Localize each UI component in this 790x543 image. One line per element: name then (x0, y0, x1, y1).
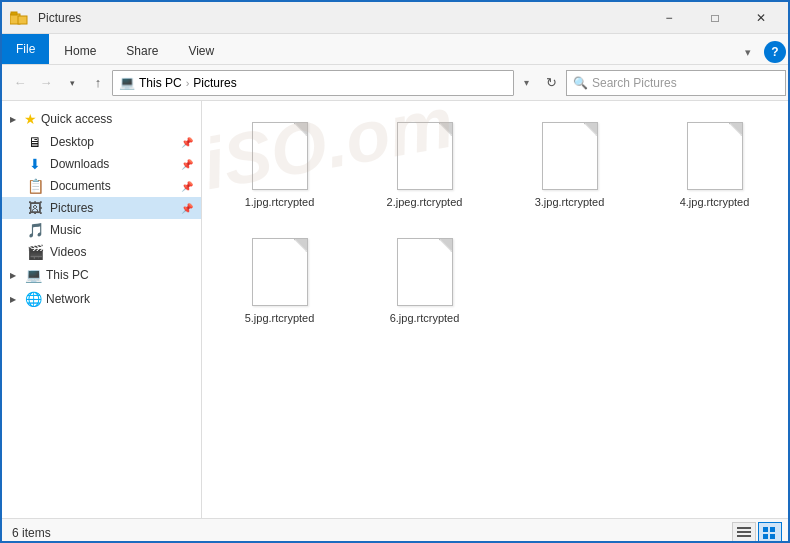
maximize-button[interactable]: □ (692, 2, 738, 34)
this-pc-header[interactable]: ▶ 💻 This PC (2, 263, 201, 287)
pictures-label: Pictures (50, 201, 175, 215)
quick-access-star-icon: ★ (24, 111, 37, 127)
file-icon-6 (393, 236, 457, 308)
pictures-pin-icon: 📌 (181, 203, 193, 214)
view-toggle-buttons (732, 522, 782, 544)
sidebar-item-documents[interactable]: 📋 Documents 📌 (2, 175, 201, 197)
details-view-button[interactable] (732, 522, 756, 544)
file-page-2 (397, 122, 453, 190)
tab-file[interactable]: File (2, 34, 49, 64)
file-icon-4 (683, 120, 747, 192)
downloads-label: Downloads (50, 157, 175, 171)
file-page-fold-6 (440, 239, 452, 251)
file-page-fold-2 (440, 123, 452, 135)
quick-access-header[interactable]: ▶ ★ Quick access (2, 107, 201, 131)
large-icons-view-button[interactable] (758, 522, 782, 544)
downloads-pin-icon: 📌 (181, 159, 193, 170)
ribbon-collapse-icon[interactable]: ▾ (736, 40, 760, 64)
tab-share[interactable]: Share (111, 38, 173, 64)
address-pc-label: This PC (139, 76, 182, 90)
ribbon-tabs: File Home Share View ▾ ? (2, 34, 790, 64)
title-bar-controls: − □ ✕ (646, 2, 784, 34)
pictures-icon: 🖼 (26, 200, 44, 216)
address-bar-row: ← → ▾ ↑ 💻 This PC › Pictures ▾ ↻ 🔍 Searc… (2, 65, 790, 101)
file-icon-2 (393, 120, 457, 192)
file-item-4[interactable]: 4.jpg.rtcrypted (647, 111, 782, 217)
file-icon-3 (538, 120, 602, 192)
videos-icon: 🎬 (26, 244, 44, 260)
svg-rect-8 (763, 534, 768, 539)
recent-locations-button[interactable]: ▾ (60, 71, 84, 95)
search-box[interactable]: 🔍 Search Pictures (566, 70, 786, 96)
refresh-button[interactable]: ↻ (538, 70, 564, 96)
desktop-icon: 🖥 (26, 134, 44, 150)
address-bar[interactable]: 💻 This PC › Pictures (112, 70, 514, 96)
file-page-6 (397, 238, 453, 306)
back-button[interactable]: ← (8, 71, 32, 95)
search-icon: 🔍 (573, 76, 588, 90)
quick-access-label: Quick access (41, 112, 112, 126)
forward-button[interactable]: → (34, 71, 58, 95)
file-icon-1 (248, 120, 312, 192)
network-label: Network (46, 292, 90, 306)
documents-label: Documents (50, 179, 175, 193)
title-bar: Pictures − □ ✕ (2, 2, 790, 34)
sidebar-item-downloads[interactable]: ⬇ Downloads 📌 (2, 153, 201, 175)
music-label: Music (50, 223, 193, 237)
tab-home[interactable]: Home (49, 38, 111, 64)
search-placeholder: Search Pictures (592, 76, 677, 90)
file-item-5[interactable]: 5.jpg.rtcrypted (212, 227, 347, 333)
file-name-1: 1.jpg.rtcrypted (245, 196, 315, 208)
file-item-6[interactable]: 6.jpg.rtcrypted (357, 227, 492, 333)
sidebar-item-music[interactable]: 🎵 Music (2, 219, 201, 241)
sidebar-item-desktop[interactable]: 🖥 Desktop 📌 (2, 131, 201, 153)
ribbon: File Home Share View ▾ ? (2, 34, 790, 65)
file-name-6: 6.jpg.rtcrypted (390, 312, 460, 324)
this-pc-icon: 💻 (24, 267, 42, 283)
file-page-3 (542, 122, 598, 190)
file-page-fold-3 (585, 123, 597, 135)
file-name-5: 5.jpg.rtcrypted (245, 312, 315, 324)
file-icon-5 (248, 236, 312, 308)
this-pc-label: This PC (46, 268, 89, 282)
network-header[interactable]: ▶ 🌐 Network (2, 287, 201, 311)
file-page-fold-5 (295, 239, 307, 251)
address-separator: › (186, 77, 190, 89)
status-item-count: 6 items (12, 526, 51, 540)
sidebar-item-videos[interactable]: 🎬 Videos (2, 241, 201, 263)
sidebar-item-pictures[interactable]: 🖼 Pictures 📌 (2, 197, 201, 219)
this-pc-icon: 💻 (119, 75, 135, 90)
downloads-icon: ⬇ (26, 156, 44, 172)
quick-access-triangle: ▶ (10, 115, 20, 124)
file-area: 1.jpg.rtcrypted 2.jpeg.rtcrypted 3.j (202, 101, 790, 518)
ribbon-extra: ▾ ? (736, 40, 790, 64)
svg-rect-3 (737, 527, 751, 529)
network-triangle: ▶ (10, 295, 20, 304)
tab-view[interactable]: View (173, 38, 229, 64)
large-icons-view-icon (763, 527, 777, 539)
file-item-1[interactable]: 1.jpg.rtcrypted (212, 111, 347, 217)
title-bar-icon (10, 10, 30, 26)
file-item-2[interactable]: 2.jpeg.rtcrypted (357, 111, 492, 217)
sidebar: ▶ ★ Quick access 🖥 Desktop 📌 ⬇ Downloads… (2, 101, 202, 518)
minimize-button[interactable]: − (646, 2, 692, 34)
file-page-fold-4 (730, 123, 742, 135)
file-page-fold-1 (295, 123, 307, 135)
address-dropdown-button[interactable]: ▾ (516, 70, 536, 96)
desktop-label: Desktop (50, 135, 175, 149)
documents-icon: 📋 (26, 178, 44, 194)
desktop-pin-icon: 📌 (181, 137, 193, 148)
up-button[interactable]: ↑ (86, 71, 110, 95)
help-button[interactable]: ? (764, 41, 786, 63)
file-page-4 (687, 122, 743, 190)
address-folder-label: Pictures (193, 76, 236, 90)
file-item-3[interactable]: 3.jpg.rtcrypted (502, 111, 637, 217)
close-button[interactable]: ✕ (738, 2, 784, 34)
svg-rect-7 (770, 527, 775, 532)
title-bar-title: Pictures (38, 11, 646, 25)
file-name-3: 3.jpg.rtcrypted (535, 196, 605, 208)
file-page-5 (252, 238, 308, 306)
svg-rect-4 (737, 531, 751, 533)
music-icon: 🎵 (26, 222, 44, 238)
details-view-icon (737, 527, 751, 539)
